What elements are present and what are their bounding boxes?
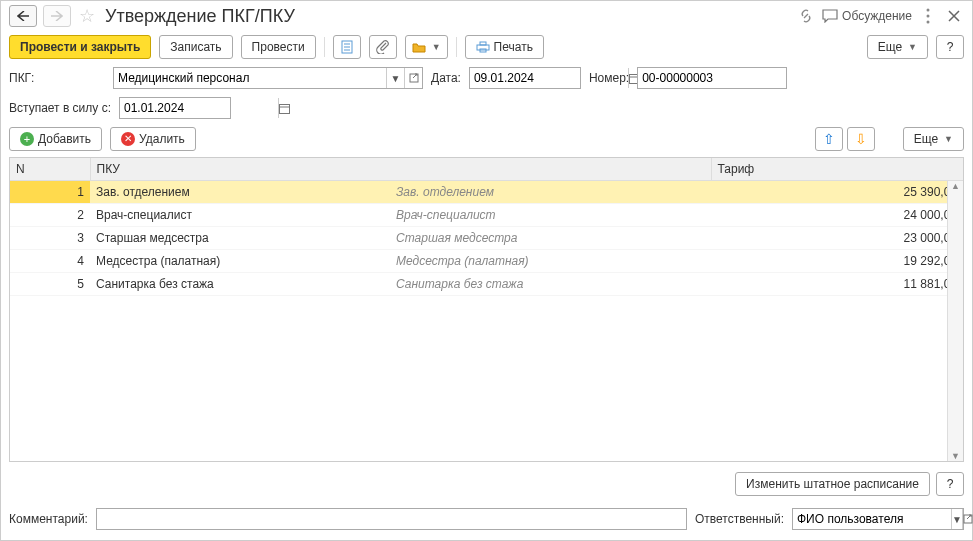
responsible-input[interactable]	[793, 509, 951, 529]
comment-input[interactable]	[97, 509, 686, 529]
cell-desc: Зав. отделением	[390, 181, 727, 204]
arrow-left-icon	[17, 11, 29, 21]
cell-n: 1	[10, 181, 90, 204]
cell-n: 2	[10, 204, 90, 227]
chevron-down-icon: ▼	[432, 42, 441, 52]
help-button[interactable]: ?	[936, 35, 964, 59]
write-button[interactable]: Записать	[159, 35, 232, 59]
delete-row-button[interactable]: ✕ Удалить	[110, 127, 196, 151]
number-input[interactable]	[638, 68, 796, 88]
plus-icon: +	[20, 132, 34, 146]
cell-tarif: 11 881,00	[727, 273, 963, 296]
chat-icon	[822, 9, 838, 23]
more-menu-button[interactable]: Еще ▼	[867, 35, 928, 59]
post-and-close-button[interactable]: Провести и закрыть	[9, 35, 151, 59]
create-based-on-button[interactable]: ▼	[405, 35, 448, 59]
dropdown-button[interactable]: ▼	[951, 509, 962, 529]
calendar-button[interactable]	[278, 98, 290, 118]
table-more-button[interactable]: Еще ▼	[903, 127, 964, 151]
responsible-field[interactable]: ▼	[792, 508, 964, 530]
scroll-up-icon: ▲	[951, 181, 960, 191]
cell-pku: Санитарка без стажа	[90, 273, 390, 296]
paperclip-icon	[376, 40, 390, 54]
cell-n: 5	[10, 273, 90, 296]
calendar-icon	[279, 103, 290, 114]
open-ref-button[interactable]	[404, 68, 422, 88]
svg-rect-13	[280, 104, 290, 113]
date-label: Дата:	[431, 71, 461, 85]
open-ref-button[interactable]	[962, 509, 973, 529]
discussion-button[interactable]: Обсуждение	[822, 9, 912, 23]
nav-back-button[interactable]	[9, 5, 37, 27]
window-title: Утверждение ПКГ/ПКУ	[105, 6, 295, 27]
add-row-button[interactable]: + Добавить	[9, 127, 102, 151]
comment-label: Комментарий:	[9, 512, 88, 526]
col-header-pku[interactable]: ПКУ	[90, 158, 711, 181]
comment-field[interactable]	[96, 508, 687, 530]
pkg-field[interactable]: ▼	[113, 67, 423, 89]
folder-icon	[412, 41, 426, 53]
cell-desc: Санитарка без стажа	[390, 273, 727, 296]
attach-button[interactable]	[369, 35, 397, 59]
cell-pku: Медсестра (палатная)	[90, 250, 390, 273]
move-down-button[interactable]: ⇩	[847, 127, 875, 151]
cell-pku: Врач-специалист	[90, 204, 390, 227]
cell-pku: Старшая медсестра	[90, 227, 390, 250]
kebab-menu-icon[interactable]	[918, 6, 938, 26]
table-row[interactable]: 4Медсестра (палатная)Медсестра (палатная…	[10, 250, 963, 273]
cell-pku: Зав. отделением	[90, 181, 390, 204]
scroll-down-icon: ▼	[951, 451, 960, 461]
table-row[interactable]: 3Старшая медсестраСтаршая медсестра23 00…	[10, 227, 963, 250]
svg-point-1	[927, 15, 930, 18]
favorite-star-icon[interactable]: ☆	[77, 6, 97, 26]
pkg-input[interactable]	[114, 68, 386, 88]
arrow-down-icon: ⇩	[855, 131, 867, 147]
x-icon: ✕	[121, 132, 135, 146]
effective-input[interactable]	[120, 98, 278, 118]
footer-help-button[interactable]: ?	[936, 472, 964, 496]
open-icon	[963, 514, 973, 524]
cell-tarif: 25 390,00	[727, 181, 963, 204]
print-button[interactable]: Печать	[465, 35, 544, 59]
table-row[interactable]: 1Зав. отделениемЗав. отделением25 390,00	[10, 181, 963, 204]
arrow-up-icon: ⇧	[823, 131, 835, 147]
effective-date-field[interactable]	[119, 97, 231, 119]
cell-tarif: 24 000,00	[727, 204, 963, 227]
post-button[interactable]: Провести	[241, 35, 316, 59]
table-row[interactable]: 5Санитарка без стажаСанитарка без стажа1…	[10, 273, 963, 296]
close-button[interactable]	[944, 6, 964, 26]
number-label: Номер:	[589, 71, 629, 85]
cell-n: 3	[10, 227, 90, 250]
svg-point-2	[927, 21, 930, 24]
printer-icon	[476, 41, 490, 53]
pkg-label: ПКГ:	[9, 71, 105, 85]
nav-forward-button[interactable]	[43, 5, 71, 27]
close-icon	[948, 10, 960, 22]
cell-desc: Старшая медсестра	[390, 227, 727, 250]
svg-point-0	[927, 9, 930, 12]
date-field[interactable]	[469, 67, 581, 89]
cell-desc: Врач-специалист	[390, 204, 727, 227]
responsible-label: Ответственный:	[695, 512, 784, 526]
arrow-right-icon	[51, 11, 63, 21]
cell-tarif: 19 292,00	[727, 250, 963, 273]
vertical-scrollbar[interactable]: ▲ ▼	[947, 181, 963, 461]
move-up-button[interactable]: ⇧	[815, 127, 843, 151]
col-header-n[interactable]: N	[10, 158, 90, 181]
col-header-tarif[interactable]: Тариф	[711, 158, 963, 181]
chevron-down-icon: ▼	[908, 42, 917, 52]
chevron-down-icon: ▼	[944, 134, 953, 144]
document-icon	[341, 40, 353, 54]
number-field[interactable]	[637, 67, 787, 89]
link-icon[interactable]	[796, 6, 816, 26]
svg-rect-8	[480, 42, 486, 45]
cell-n: 4	[10, 250, 90, 273]
dropdown-button[interactable]: ▼	[386, 68, 404, 88]
report-button[interactable]	[333, 35, 361, 59]
change-staff-schedule-button[interactable]: Изменить штатное расписание	[735, 472, 930, 496]
cell-desc: Медсестра (палатная)	[390, 250, 727, 273]
effective-label: Вступает в силу с:	[9, 101, 111, 115]
cell-tarif: 23 000,00	[727, 227, 963, 250]
table-row[interactable]: 2Врач-специалистВрач-специалист24 000,00	[10, 204, 963, 227]
open-icon	[409, 73, 419, 83]
